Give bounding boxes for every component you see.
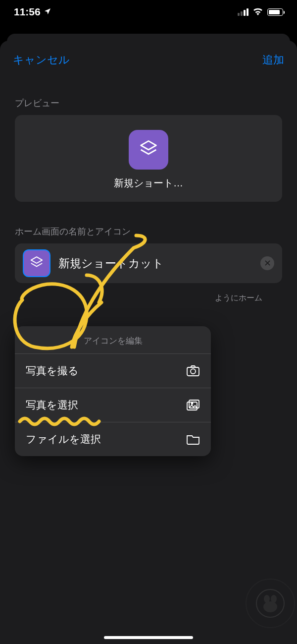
choose-file-item[interactable]: ファイルを選択	[15, 422, 211, 456]
status-left: 11:56	[14, 6, 51, 18]
clear-input-button[interactable]: ✕	[260, 256, 274, 270]
menu-item-label: 写真を選択	[26, 398, 78, 412]
choose-photo-item[interactable]: 写真を選択	[15, 388, 211, 422]
camera-icon	[186, 365, 200, 377]
preview-section-label: プレビュー	[15, 97, 282, 109]
edit-icon-popup: アイコンを編集 写真を撮る 写真を選択 ファイルを選択	[15, 326, 211, 456]
take-photo-item[interactable]: 写真を撮る	[15, 353, 211, 388]
status-time: 11:56	[14, 6, 41, 18]
cancel-button[interactable]: キャンセル	[13, 53, 70, 67]
shortcut-name-input[interactable]	[58, 257, 252, 270]
wifi-icon	[252, 6, 263, 18]
preview-shortcut-name: 新規ショート…	[114, 176, 183, 190]
battery-icon	[267, 8, 283, 16]
folder-icon	[186, 433, 200, 445]
popup-title: アイコンを編集	[15, 326, 211, 353]
preview-card: 新規ショート…	[15, 115, 282, 202]
close-icon: ✕	[264, 258, 271, 269]
menu-item-label: ファイルを選択	[26, 432, 101, 446]
help-text: ようにホーム	[15, 292, 282, 304]
svg-point-8	[263, 601, 277, 612]
cellular-signal-icon	[238, 8, 248, 16]
svg-point-1	[191, 369, 196, 374]
name-icon-section-label: ホーム画面の名前とアイコン	[15, 226, 282, 237]
status-bar: 11:56	[0, 0, 297, 21]
modal-header: キャンセル 追加	[0, 41, 297, 79]
location-arrow-icon	[44, 6, 51, 18]
status-right	[238, 6, 283, 18]
home-indicator[interactable]	[104, 636, 193, 639]
shortcut-preview-icon	[129, 130, 168, 170]
menu-item-label: 写真を撮る	[26, 364, 79, 378]
name-icon-row: ✕	[15, 243, 282, 283]
svg-point-4	[192, 403, 193, 405]
add-button[interactable]: 追加	[262, 53, 284, 67]
photo-library-icon	[186, 399, 200, 411]
watermark-logo	[246, 579, 295, 628]
shortcut-icon-button[interactable]	[23, 249, 50, 277]
